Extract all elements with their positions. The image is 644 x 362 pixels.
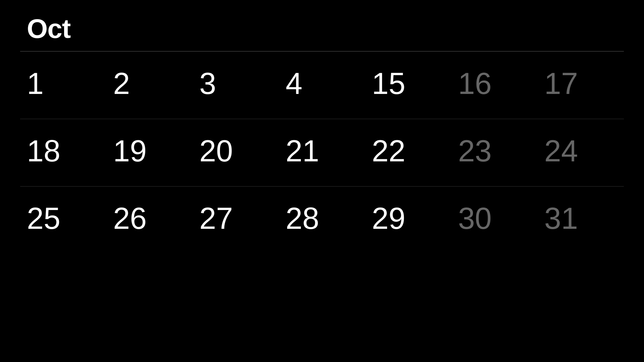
day-number-24: 24 — [544, 136, 578, 166]
day-number-20: 20 — [199, 136, 233, 166]
day-number-18: 18 — [27, 136, 60, 166]
week-grid-1: 1 2 3 4 15 16 17 — [20, 52, 624, 119]
day-29[interactable]: 29 — [365, 200, 451, 234]
day-3[interactable]: 3 — [193, 65, 279, 99]
calendar-container: Oct 1 2 3 4 15 16 17 — [0, 0, 644, 362]
day-number-27: 27 — [199, 203, 233, 234]
week-grid-2: 18 19 20 21 22 23 24 — [20, 119, 624, 186]
day-number-17: 17 — [544, 68, 578, 99]
day-number-1: 1 — [27, 68, 44, 99]
day-number-3: 3 — [199, 68, 216, 99]
day-number-16: 16 — [458, 68, 492, 99]
day-number-19: 19 — [113, 136, 147, 166]
day-number-26: 26 — [113, 203, 147, 234]
day-18[interactable]: 18 — [20, 133, 106, 166]
day-number-21: 21 — [285, 136, 319, 166]
day-25[interactable]: 25 — [20, 200, 106, 234]
month-header: Oct — [20, 10, 624, 51]
day-15[interactable]: 15 — [365, 65, 451, 99]
day-number-23: 23 — [458, 136, 492, 166]
day-22[interactable]: 22 — [365, 133, 451, 166]
day-16[interactable]: 16 — [451, 65, 538, 99]
day-17[interactable]: 17 — [538, 65, 624, 99]
day-21[interactable]: 21 — [279, 133, 365, 166]
day-30[interactable]: 30 — [451, 200, 538, 234]
day-number-29: 29 — [372, 203, 406, 234]
week-grid-3: 25 26 27 28 29 30 31 — [20, 187, 624, 254]
day-number-28: 28 — [285, 203, 319, 234]
day-number-22: 22 — [372, 136, 406, 166]
day-27[interactable]: 27 — [193, 200, 279, 234]
day-number-15: 15 — [372, 68, 406, 99]
day-20[interactable]: 20 — [193, 133, 279, 166]
day-2[interactable]: 2 — [106, 65, 193, 99]
day-31[interactable]: 31 — [538, 200, 624, 234]
week-row-1: 1 2 3 4 15 16 17 — [20, 51, 624, 119]
day-26[interactable]: 26 — [106, 200, 193, 234]
day-number-4: 4 — [285, 68, 302, 99]
day-1[interactable]: 1 — [20, 65, 106, 99]
day-19[interactable]: 19 — [106, 133, 193, 166]
week-row-2: 18 19 20 21 22 23 24 — [20, 119, 624, 186]
month-title: Oct — [27, 14, 70, 44]
week-row-3: 25 26 27 28 29 30 31 — [20, 186, 624, 254]
day-4[interactable]: 4 — [279, 65, 365, 99]
day-24[interactable]: 24 — [538, 133, 624, 166]
day-number-30: 30 — [458, 203, 492, 234]
day-number-31: 31 — [544, 203, 578, 234]
day-number-2: 2 — [113, 68, 130, 99]
day-number-25: 25 — [27, 203, 60, 234]
day-28[interactable]: 28 — [279, 200, 365, 234]
day-23[interactable]: 23 — [451, 133, 538, 166]
